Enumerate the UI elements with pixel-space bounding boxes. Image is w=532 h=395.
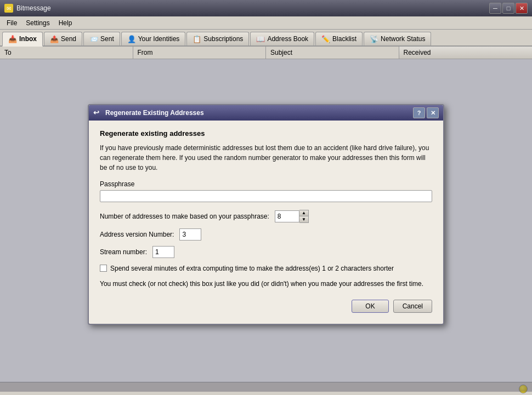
main-area: 📥 Inbox 📤 Send 📨 Sent 👤 Your Identities … bbox=[0, 30, 532, 395]
modal-overlay: ↩ Regenerate Existing Addresses ? ✕ Rege… bbox=[0, 59, 532, 392]
subscriptions-icon: 📋 bbox=[193, 35, 201, 43]
col-subject: Subject bbox=[266, 47, 399, 59]
addressbook-icon: 📖 bbox=[256, 35, 265, 43]
window-controls: ─ □ ✕ bbox=[489, 3, 528, 14]
app-window: ✉ Bitmessage ─ □ ✕ File Settings Help 📥 … bbox=[0, 0, 532, 395]
dialog-body: Regenerate existing addresses If you hav… bbox=[89, 121, 443, 324]
passphrase-input[interactable] bbox=[100, 190, 432, 202]
spinner-down-button[interactable]: ▼ bbox=[299, 216, 308, 222]
dialog-help-button[interactable]: ? bbox=[413, 107, 425, 118]
num-addresses-spinner: ▲ ▼ bbox=[275, 210, 309, 223]
tab-sent[interactable]: 📨 Sent bbox=[83, 32, 120, 45]
table-header: To From Subject Received bbox=[0, 47, 532, 59]
title-bar: ✉ Bitmessage ─ □ ✕ bbox=[0, 0, 532, 16]
app-title: Bitmessage bbox=[16, 4, 489, 12]
stream-number-label: Stream number: bbox=[100, 248, 147, 256]
menu-settings[interactable]: Settings bbox=[21, 18, 54, 28]
app-icon: ✉ bbox=[4, 4, 13, 13]
identities-icon: 👤 bbox=[127, 35, 136, 43]
shorter-checkbox-row: Spend several minutes of extra computing… bbox=[100, 264, 432, 273]
dialog-section-title: Regenerate existing addresses bbox=[100, 129, 432, 138]
tab-subscriptions[interactable]: 📋 Subscriptions bbox=[186, 32, 249, 45]
close-button[interactable]: ✕ bbox=[516, 3, 528, 14]
dialog-title: Regenerate Existing Addresses bbox=[105, 109, 413, 117]
num-addresses-input[interactable] bbox=[275, 210, 299, 222]
col-received: Received bbox=[399, 47, 533, 59]
spinner-up-button[interactable]: ▲ bbox=[299, 210, 308, 216]
address-version-field: Address version Number: bbox=[100, 228, 432, 241]
tab-identities[interactable]: 👤 Your Identities bbox=[121, 32, 186, 45]
col-to: To bbox=[0, 47, 133, 59]
sent-icon: 📨 bbox=[89, 35, 98, 43]
num-addresses-field: Number of addresses to make based on you… bbox=[100, 210, 432, 223]
networkstatus-icon: 📡 bbox=[370, 35, 378, 43]
maximize-button[interactable]: □ bbox=[502, 3, 514, 14]
note-text: You must check (or not check) this box j… bbox=[100, 279, 432, 289]
tab-send[interactable]: 📤 Send bbox=[44, 32, 82, 45]
menu-bar: File Settings Help bbox=[0, 16, 532, 30]
inbox-content: ↩ Regenerate Existing Addresses ? ✕ Rege… bbox=[0, 59, 532, 392]
dialog-close-button[interactable]: ✕ bbox=[427, 107, 439, 118]
inbox-icon: 📥 bbox=[8, 35, 17, 43]
shorter-checkbox[interactable] bbox=[100, 265, 107, 272]
address-version-label: Address version Number: bbox=[100, 231, 174, 238]
blacklist-icon: ✏️ bbox=[321, 35, 330, 43]
tab-inbox[interactable]: 📥 Inbox bbox=[2, 32, 43, 47]
spinner-controls: ▲ ▼ bbox=[299, 210, 309, 223]
stream-number-input[interactable] bbox=[152, 246, 174, 258]
col-from: From bbox=[133, 47, 267, 59]
dialog-description: If you have previously made deterministi… bbox=[100, 143, 432, 173]
dialog-buttons: OK Cancel bbox=[100, 297, 432, 315]
tab-networkstatus[interactable]: 📡 Network Status bbox=[364, 32, 431, 45]
minimize-button[interactable]: ─ bbox=[489, 3, 501, 14]
send-icon: 📤 bbox=[50, 35, 59, 43]
menu-help[interactable]: Help bbox=[54, 18, 77, 28]
passphrase-label: Passphrase bbox=[100, 180, 432, 188]
num-addresses-label: Number of addresses to make based on you… bbox=[100, 213, 269, 220]
stream-number-field: Stream number: bbox=[100, 246, 432, 258]
tab-blacklist[interactable]: ✏️ Blacklist bbox=[315, 32, 363, 45]
tab-bar: 📥 Inbox 📤 Send 📨 Sent 👤 Your Identities … bbox=[0, 30, 532, 47]
menu-file[interactable]: File bbox=[2, 18, 21, 28]
address-version-input[interactable] bbox=[179, 228, 201, 241]
dialog-controls: ? ✕ bbox=[413, 107, 439, 118]
regenerate-dialog: ↩ Regenerate Existing Addresses ? ✕ Rege… bbox=[88, 104, 444, 325]
tab-addressbook[interactable]: 📖 Address Book bbox=[250, 32, 314, 45]
cancel-button[interactable]: Cancel bbox=[393, 300, 432, 313]
ok-button[interactable]: OK bbox=[352, 300, 388, 313]
dialog-icon: ↩ bbox=[93, 108, 102, 117]
dialog-titlebar: ↩ Regenerate Existing Addresses ? ✕ bbox=[89, 105, 443, 121]
shorter-checkbox-label: Spend several minutes of extra computing… bbox=[110, 264, 394, 273]
